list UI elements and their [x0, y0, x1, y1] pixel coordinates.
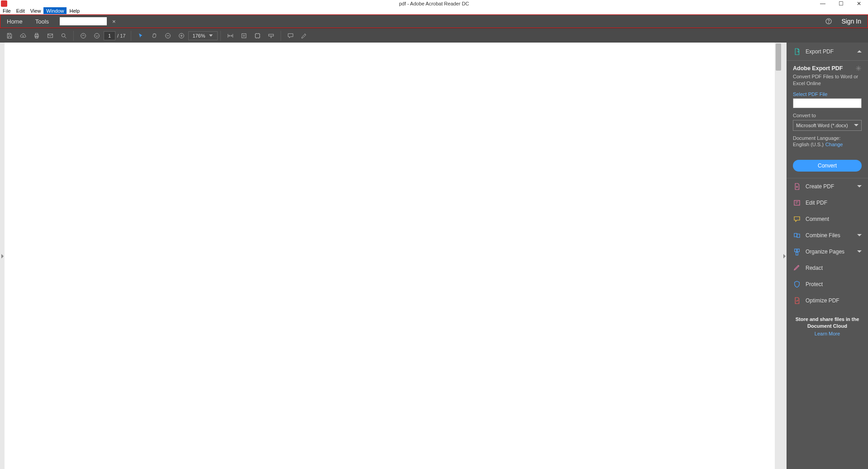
- zoom-in-icon[interactable]: [175, 29, 188, 43]
- right-panel-footer: Store and share files in the Document Cl…: [787, 312, 868, 344]
- chevron-right-icon: [783, 254, 786, 258]
- window-title: pdf - Adobe Acrobat Reader DC: [399, 1, 469, 6]
- right-panel-toggle[interactable]: [782, 43, 787, 469]
- menu-edit[interactable]: Edit: [14, 7, 28, 14]
- main-area: Export PDF Adobe Export PDF Convert PDF …: [0, 43, 868, 469]
- svg-rect-15: [794, 200, 800, 205]
- combine-files-icon: [793, 231, 801, 239]
- minimize-button[interactable]: —: [814, 0, 832, 7]
- svg-rect-13: [268, 34, 273, 36]
- print-icon[interactable]: [30, 29, 43, 43]
- page-up-icon[interactable]: [76, 29, 90, 43]
- svg-point-8: [95, 33, 100, 38]
- tool-label: Create PDF: [806, 183, 834, 190]
- footer-text: Store and share files in the Document Cl…: [791, 316, 863, 330]
- convert-to-value: Microsoft Word (*.docx): [796, 123, 848, 128]
- page-down-icon[interactable]: [90, 29, 104, 43]
- tool-label: Protect: [806, 281, 823, 287]
- email-icon[interactable]: [43, 29, 57, 43]
- redact-icon: [793, 264, 801, 272]
- chevron-down-icon: [854, 124, 858, 126]
- vertical-scrollbar[interactable]: [775, 43, 782, 469]
- select-file-label: Select PDF File: [793, 91, 862, 97]
- optimize-pdf-icon: [793, 297, 801, 305]
- tab-document-label: [60, 17, 107, 25]
- export-description: Convert PDF Files to Word or Excel Onlin…: [793, 73, 862, 87]
- convert-to-label: Convert to: [793, 113, 862, 118]
- zoom-out-icon[interactable]: [161, 29, 175, 43]
- sign-in-button[interactable]: Sign In: [835, 15, 868, 28]
- selection-tool-icon[interactable]: [134, 29, 148, 43]
- tab-tools[interactable]: Tools: [29, 15, 55, 28]
- chevron-right-icon: [1, 254, 4, 258]
- chevron-up-icon: [857, 50, 862, 53]
- tool-organize-pages[interactable]: Organize Pages: [787, 244, 868, 260]
- menu-file[interactable]: File: [0, 7, 14, 14]
- tool-combine-files[interactable]: Combine Files: [787, 227, 868, 244]
- tab-document[interactable]: ×: [60, 15, 119, 28]
- window-titlebar: pdf - Adobe Acrobat Reader DC — ☐ ✕: [0, 0, 868, 7]
- tab-close-icon[interactable]: ×: [110, 18, 119, 25]
- scrollbar-thumb[interactable]: [776, 43, 781, 71]
- highlight-box: Home Tools × Sign In: [0, 14, 868, 28]
- chevron-down-icon: [209, 34, 213, 37]
- fit-width-icon[interactable]: [224, 29, 237, 43]
- svg-point-7: [81, 33, 86, 38]
- fullscreen-icon[interactable]: [251, 29, 264, 43]
- close-button[interactable]: ✕: [850, 0, 868, 7]
- protect-icon: [793, 280, 801, 288]
- export-pdf-header[interactable]: Export PDF: [787, 43, 868, 61]
- tool-label: Optimize PDF: [806, 297, 839, 304]
- maximize-button[interactable]: ☐: [832, 0, 850, 7]
- menu-view[interactable]: View: [28, 7, 44, 14]
- help-icon[interactable]: [822, 15, 835, 28]
- change-language-link[interactable]: Change: [825, 142, 843, 147]
- left-panel-toggle[interactable]: [0, 43, 5, 469]
- search-icon[interactable]: [57, 29, 71, 43]
- toolbar: / 17 176%: [0, 28, 868, 43]
- export-pdf-icon: [793, 48, 801, 56]
- comment-icon[interactable]: [284, 29, 297, 43]
- convert-to-dropdown[interactable]: Microsoft Word (*.docx): [793, 120, 862, 131]
- tool-create-pdf[interactable]: Create PDF: [787, 178, 868, 195]
- zoom-dropdown[interactable]: 176%: [188, 31, 217, 40]
- tool-label: Edit PDF: [806, 200, 827, 206]
- tool-optimize-pdf[interactable]: Optimize PDF: [787, 292, 868, 309]
- chevron-down-icon: [857, 234, 862, 236]
- zoom-value: 176%: [192, 33, 205, 38]
- create-pdf-icon: [793, 182, 801, 191]
- tool-protect[interactable]: Protect: [787, 276, 868, 292]
- svg-rect-5: [48, 34, 53, 38]
- page-number-input[interactable]: [104, 31, 115, 40]
- tool-label: Organize Pages: [806, 249, 844, 255]
- right-panel: Export PDF Adobe Export PDF Convert PDF …: [787, 43, 868, 469]
- menu-help[interactable]: Help: [67, 7, 82, 14]
- convert-button[interactable]: Convert: [793, 160, 862, 172]
- learn-more-link[interactable]: Learn More: [791, 331, 863, 336]
- hand-tool-icon[interactable]: [148, 29, 161, 43]
- tool-comment[interactable]: Comment: [787, 211, 868, 227]
- settings-icon[interactable]: [855, 65, 862, 72]
- tool-edit-pdf[interactable]: Edit PDF: [787, 195, 868, 211]
- tab-home[interactable]: Home: [0, 15, 29, 28]
- fit-page-icon[interactable]: [237, 29, 251, 43]
- tool-redact[interactable]: Redact: [787, 260, 868, 276]
- save-icon[interactable]: [3, 29, 16, 43]
- menu-window[interactable]: Window: [43, 7, 67, 14]
- select-file-input[interactable]: [793, 98, 862, 108]
- cloud-upload-icon[interactable]: [16, 29, 30, 43]
- svg-rect-20: [796, 252, 798, 255]
- document-language-value: English (U.S.)Change: [793, 142, 862, 147]
- organize-pages-icon: [793, 248, 801, 256]
- document-viewport[interactable]: [5, 43, 775, 469]
- chevron-down-icon: [857, 250, 862, 253]
- read-mode-icon[interactable]: [264, 29, 278, 43]
- highlight-icon[interactable]: [297, 29, 311, 43]
- export-pdf-label: Export PDF: [806, 48, 834, 55]
- tool-label: Redact: [806, 265, 823, 271]
- export-title: Adobe Export PDF: [793, 65, 862, 72]
- window-controls: — ☐ ✕: [814, 0, 868, 7]
- tool-label: Comment: [806, 216, 829, 222]
- svg-rect-19: [797, 249, 800, 252]
- svg-rect-12: [255, 34, 259, 38]
